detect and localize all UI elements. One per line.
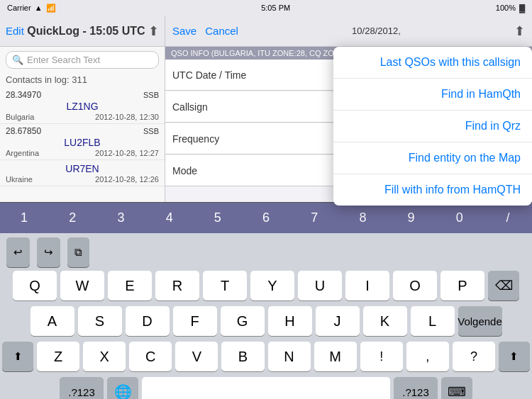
contact-date-2: 2012-10-28, 12:27 <box>95 149 159 157</box>
key-A[interactable]: A <box>31 306 74 336</box>
key-row-3: ⬆ Z X C V B N M ! , ? ⬆ <box>2 342 530 371</box>
dropdown-fill-hamqth[interactable]: Fill with info from HamQTH <box>333 174 532 206</box>
key-P[interactable]: P <box>440 271 484 300</box>
key-G[interactable]: G <box>221 306 265 336</box>
key-S[interactable]: S <box>78 306 122 336</box>
contact-freq-1: 28.34970 <box>6 90 41 100</box>
form-label-callsign: Callsign <box>172 101 265 113</box>
num-key-5[interactable]: 5 <box>194 210 242 225</box>
left-toolbar: Edit QuickLog - 15:05 UTC ⬆ <box>0 16 165 47</box>
save-button[interactable]: Save <box>172 25 196 37</box>
status-bar: Carrier ▲ 📶 5:05 PM 100% ▓ <box>0 0 532 16</box>
num-key-slash[interactable]: / <box>484 210 532 225</box>
carrier-label: Carrier <box>7 4 31 12</box>
num-toggle-key[interactable]: .?123 <box>60 377 104 399</box>
left-panel: Edit QuickLog - 15:05 UTC ⬆ 🔍 Enter Sear… <box>0 16 165 202</box>
contact-mode-2: SSB <box>143 127 159 135</box>
contact-country-1: Bulgaria <box>6 113 34 121</box>
key-row-2: A S D F G H J K L Volgende <box>2 306 530 336</box>
key-exclaim[interactable]: ! <box>360 342 403 371</box>
dropdown-hamqth[interactable]: Find in HamQth <box>333 79 532 111</box>
key-W[interactable]: W <box>60 271 104 300</box>
key-H[interactable]: H <box>268 306 312 336</box>
battery-label: 100% <box>496 4 516 12</box>
dropdown-map[interactable]: Find entity on the Map <box>333 142 532 174</box>
search-bar[interactable]: 🔍 Enter Search Text <box>6 51 159 69</box>
shift-key[interactable]: ⬆ <box>2 342 33 371</box>
dropdown-last-qsos[interactable]: Last QSOs with this callsign <box>333 47 532 79</box>
number-bar: 1 2 3 4 5 6 7 8 9 0 / <box>0 202 532 233</box>
contact-callsign-3: UR7EN <box>65 163 99 174</box>
space-key[interactable] <box>142 377 390 399</box>
num-key-0[interactable]: 0 <box>436 210 484 225</box>
key-E[interactable]: E <box>108 271 152 300</box>
num-key-7[interactable]: 7 <box>290 210 338 225</box>
keyboard-icon-key[interactable]: ⌨ <box>441 377 472 399</box>
num-key-8[interactable]: 8 <box>338 210 387 225</box>
num-toggle-key-2[interactable]: .?123 <box>394 377 438 399</box>
list-item[interactable]: 28.34970 SSB LZ1NG Bulgaria 2012-10-28, … <box>0 88 165 124</box>
key-B[interactable]: B <box>221 342 264 371</box>
list-item[interactable]: 28.67850 SSB LU2FLB Argentina 2012-10-28… <box>0 124 165 160</box>
dropdown-qrz[interactable]: Find in Qrz <box>333 111 532 142</box>
key-F[interactable]: F <box>173 306 217 336</box>
key-J[interactable]: J <box>316 306 360 336</box>
key-X[interactable]: X <box>83 342 126 371</box>
key-Q[interactable]: Q <box>13 271 57 300</box>
key-T[interactable]: T <box>203 271 247 300</box>
key-V[interactable]: V <box>175 342 218 371</box>
num-key-3[interactable]: 3 <box>96 210 145 225</box>
share-icon-left[interactable]: ⬆ <box>148 23 159 39</box>
key-O[interactable]: O <box>393 271 437 300</box>
search-input[interactable]: Enter Search Text <box>27 55 100 65</box>
status-right: 100% ▓ <box>496 4 525 12</box>
app-title: QuickLog - 15:05 UTC <box>27 25 145 38</box>
contact-country-3: Ukraine <box>6 175 33 184</box>
key-Z[interactable]: Z <box>37 342 79 371</box>
num-key-9[interactable]: 9 <box>387 210 436 225</box>
contacts-header: Contacts in log: 311 <box>0 73 165 88</box>
cancel-button[interactable]: Cancel <box>205 25 238 37</box>
share-icon-right[interactable]: ⬆ <box>514 23 525 39</box>
dropdown-menu: Last QSOs with this callsign Find in Ham… <box>333 47 532 206</box>
shift-key-right[interactable]: ⬆ <box>499 342 530 371</box>
key-R[interactable]: R <box>155 271 199 300</box>
globe-key[interactable]: 🌐 <box>107 377 138 399</box>
key-row-1: Q W E R T Y U I O P ⌫ <box>2 271 530 300</box>
contact-country-2: Argentina <box>6 149 39 157</box>
keyboard-toolbar: ↩ ↪ ⧉ <box>2 237 530 271</box>
copy-button[interactable]: ⧉ <box>67 237 89 267</box>
next-button[interactable]: Volgende <box>458 306 502 336</box>
redo-button[interactable]: ↪ <box>37 237 60 267</box>
key-comma[interactable]: , <box>406 342 449 371</box>
num-key-4[interactable]: 4 <box>145 210 194 225</box>
status-left: Carrier ▲ 📶 <box>7 4 56 13</box>
key-U[interactable]: U <box>298 271 342 300</box>
key-question[interactable]: ? <box>453 342 495 371</box>
key-N[interactable]: N <box>268 342 311 371</box>
form-label-datetime: UTC Date / Time <box>172 69 265 81</box>
undo-button[interactable]: ↩ <box>6 237 30 267</box>
list-item[interactable]: UR7EN Ukraine 2012-10-28, 12:26 <box>0 160 165 186</box>
contact-mode-1: SSB <box>143 91 159 99</box>
status-time: 5:05 PM <box>261 4 290 12</box>
right-toolbar: Save Cancel 10/28/2012, ⬆ <box>165 16 532 47</box>
key-D[interactable]: D <box>126 306 170 336</box>
key-K[interactable]: K <box>363 306 407 336</box>
edit-button[interactable]: Edit <box>6 25 24 37</box>
num-key-2[interactable]: 2 <box>48 210 96 225</box>
toolbar-actions: Save Cancel <box>172 25 238 37</box>
key-row-4: .?123 🌐 .?123 ⌨ <box>2 377 530 399</box>
num-key-1[interactable]: 1 <box>0 210 48 225</box>
key-M[interactable]: M <box>314 342 357 371</box>
battery-icon: ▓ <box>519 4 525 12</box>
num-key-6[interactable]: 6 <box>242 210 290 225</box>
key-C[interactable]: C <box>129 342 172 371</box>
key-Y[interactable]: Y <box>250 271 294 300</box>
key-L[interactable]: L <box>411 306 455 336</box>
contact-callsign-1: LZ1NG <box>66 101 98 112</box>
form-label-mode: Mode <box>172 165 265 176</box>
key-I[interactable]: I <box>345 271 389 300</box>
contact-callsign-2: LU2FLB <box>64 137 100 148</box>
delete-key[interactable]: ⌫ <box>488 271 519 300</box>
